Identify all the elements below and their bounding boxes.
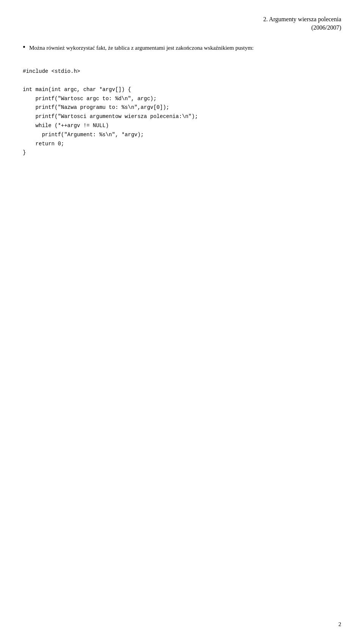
code-block: #include <stdio.h> int main(int argc, ch… bbox=[23, 67, 341, 157]
header-title-line1: 2. Argumenty wiersza polecenia bbox=[23, 15, 341, 24]
bullet-text: Można również wykorzystać fakt, że tabli… bbox=[29, 44, 254, 52]
page-header: 2. Argumenty wiersza polecenia (2006/200… bbox=[23, 15, 341, 32]
page-number: 2 bbox=[339, 621, 342, 628]
bullet-point: • Można również wykorzystać fakt, że tab… bbox=[23, 44, 341, 60]
header-title-line2: (2006/2007) bbox=[23, 24, 341, 32]
page-container: 2. Argumenty wiersza polecenia (2006/200… bbox=[0, 0, 364, 639]
bullet-symbol: • bbox=[23, 43, 25, 52]
